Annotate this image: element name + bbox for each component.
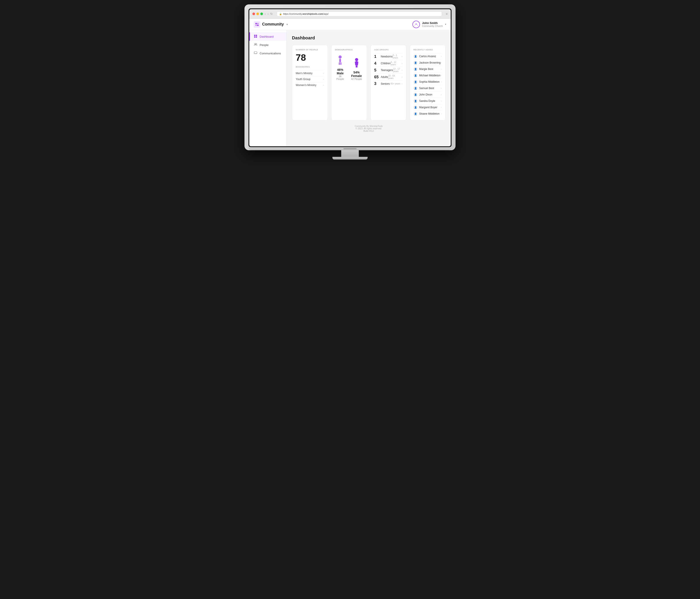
recent-item-6[interactable]: 👤 John Dixon › — [414, 91, 442, 98]
age-chevron-3: › — [402, 75, 403, 78]
dashboard-icon — [253, 34, 257, 39]
user-church: Community Church — [422, 25, 443, 27]
monitor-notch — [343, 148, 357, 149]
female-percent: 54% Female — [350, 71, 363, 78]
sidebar-item-dashboard-label: Dashboard — [260, 35, 274, 38]
age-count-1: 4 — [374, 61, 381, 66]
recent-name-5: Samuel Best — [419, 87, 441, 90]
recently-added-label: RECENTLY ADDED — [414, 49, 442, 51]
sidebar-item-people[interactable]: People — [249, 41, 286, 49]
lock-icon: 🔒 — [279, 13, 282, 15]
menu-icon[interactable]: ≡ — [446, 12, 448, 16]
recent-name-1: Jackson Browning — [419, 61, 441, 64]
bookmark-item-0[interactable]: Men's Ministry › — [296, 70, 324, 76]
age-range-4: 65+ years — [391, 82, 400, 85]
recent-item-7[interactable]: 👤 Sandra Doyle › — [414, 98, 442, 104]
age-group-row-1[interactable]: 4 Children 4 - 12 years › — [374, 60, 403, 67]
demographics-card: DEMOGRAPHICS — [331, 45, 367, 121]
recent-chevron-9: › — [441, 112, 442, 115]
bookmark-item-1[interactable]: Youth Group › — [296, 76, 324, 82]
recent-item-5[interactable]: 👤 Samuel Best › — [414, 85, 442, 91]
age-range-3: 18 - 64 years — [388, 75, 400, 79]
recent-item-0[interactable]: 👤 Carlos Alvarez › — [414, 53, 442, 59]
age-group-row-0[interactable]: 1 Newborns 0 - 1 years › — [374, 53, 403, 60]
bookmark-item-2[interactable]: Women's Ministry › — [296, 82, 324, 88]
age-chevron-0: › — [402, 55, 403, 58]
recent-avatar-3: 👤 — [414, 73, 418, 77]
bookmarks-section: BOOKMARKS Men's Ministry › Youth Group › — [296, 66, 324, 88]
stand-neck — [341, 150, 359, 157]
age-name-3: Adults — [381, 75, 388, 78]
male-count: 36 People — [335, 75, 346, 80]
people-count-label: NUMBER OF PEOPLE — [296, 49, 324, 51]
app-dropdown-icon[interactable]: ▾ — [286, 23, 288, 26]
age-range-2: 13 - 17 years — [393, 68, 400, 73]
forward-button[interactable]: › — [268, 12, 269, 16]
bookmark-chevron-2: › — [323, 83, 324, 87]
recent-item-4[interactable]: 👤 Sophia Middleton › — [414, 78, 442, 85]
svg-point-16 — [355, 58, 358, 61]
svg-rect-7 — [254, 37, 255, 38]
recent-item-8[interactable]: 👤 Margaret Boyer › — [414, 104, 442, 111]
svg-rect-15 — [340, 62, 342, 65]
age-count-0: 1 — [374, 54, 381, 59]
recent-chevron-6: › — [441, 93, 442, 96]
main-layout: Dashboard — [249, 30, 451, 146]
recent-avatar-7: 👤 — [414, 99, 418, 103]
back-button[interactable]: ‹ — [265, 12, 266, 16]
recent-item-9[interactable]: 👤 Sloane Middleton › — [414, 111, 442, 117]
traffic-light-green[interactable] — [260, 13, 263, 15]
recent-item-3[interactable]: 👤 Michael Middleton › — [414, 72, 442, 78]
traffic-light-yellow[interactable] — [256, 13, 259, 15]
sidebar: Dashboard — [249, 30, 287, 146]
svg-rect-8 — [256, 37, 257, 38]
window-chrome: ‹ › ↻ 🔒 https://community.worshiptools.c… — [249, 9, 451, 19]
recent-item-2[interactable]: 👤 Margie Best › — [414, 66, 442, 72]
communications-icon — [253, 51, 257, 55]
sidebar-item-people-label: People — [260, 43, 269, 47]
age-range-1: 4 - 12 years — [391, 61, 400, 66]
male-figure: 46% Male 36 People — [335, 55, 346, 80]
bookmarks-label: BOOKMARKS — [296, 66, 324, 68]
people-count-card: NUMBER OF PEOPLE 78 BOOKMARKS Men's Mini… — [292, 45, 328, 121]
recent-name-6: John Dixon — [419, 93, 441, 96]
bookmark-name-2: Women's Ministry — [296, 83, 316, 87]
recent-chevron-2: › — [441, 68, 442, 71]
recent-avatar-0: 👤 — [414, 54, 418, 58]
svg-point-9 — [255, 44, 256, 45]
stand-base — [332, 157, 368, 160]
age-range-0: 0 - 1 years — [393, 54, 400, 59]
recent-chevron-4: › — [441, 80, 442, 83]
traffic-light-red[interactable] — [252, 13, 255, 15]
screen-bezel: ‹ › ↻ 🔒 https://community.worshiptools.c… — [248, 8, 452, 147]
user-dropdown-icon[interactable]: ▾ — [445, 23, 446, 26]
svg-rect-6 — [256, 35, 257, 36]
demographics-label: DEMOGRAPHICS — [335, 49, 364, 51]
age-group-row-2[interactable]: 5 Teenagers 13 - 17 years › — [374, 67, 403, 73]
recent-name-9: Sloane Middleton — [419, 112, 441, 115]
age-group-row-3[interactable]: 65 Adults 18 - 64 years › — [374, 73, 403, 80]
app-title: Community ▾ — [254, 21, 288, 28]
content-area: Dashboard NUMBER OF PEOPLE 78 BOOKMARKS — [287, 30, 451, 146]
recent-avatar-8: 👤 — [414, 105, 418, 109]
recent-avatar-2: 👤 — [414, 67, 418, 71]
refresh-button[interactable]: ↻ — [270, 12, 273, 16]
age-name-2: Teenagers — [381, 69, 393, 72]
recent-name-0: Carlos Alvarez — [419, 55, 441, 58]
age-groups-label: AGE GROUPS — [374, 49, 403, 51]
url-bar[interactable]: 🔒 https://community.worshiptools.com/app… — [277, 11, 442, 16]
age-group-row-4[interactable]: 3 Seniors 65+ years › — [374, 80, 403, 87]
recently-added-card: RECENTLY ADDED 👤 Carlos Alvarez › 👤 Jack… — [410, 45, 446, 121]
recent-avatar-5: 👤 — [414, 86, 418, 90]
male-icon — [335, 55, 346, 67]
user-section: John Smith Community Church ▾ — [412, 21, 446, 28]
bookmark-chevron-0: › — [323, 72, 324, 75]
female-figure: 54% Female 42 People — [350, 57, 363, 80]
sidebar-item-communications[interactable]: Communications — [249, 49, 286, 57]
recent-item-1[interactable]: 👤 Jackson Browning › — [414, 59, 442, 66]
age-chevron-4: › — [402, 82, 403, 85]
recent-chevron-8: › — [441, 106, 442, 109]
age-name-0: Newborns — [381, 55, 393, 58]
sidebar-item-dashboard[interactable]: Dashboard — [249, 32, 286, 41]
recent-chevron-7: › — [441, 99, 442, 102]
